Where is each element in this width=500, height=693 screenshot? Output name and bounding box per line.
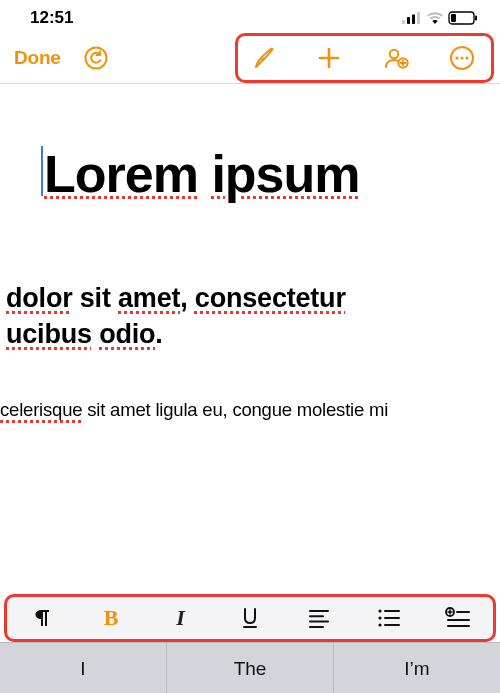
svg-point-19 — [378, 609, 381, 612]
format-brush-button[interactable] — [250, 45, 276, 71]
p1-word: amet — [118, 283, 180, 313]
predictive-text-bar: I The I’m — [0, 642, 500, 693]
format-toolbar: B I — [4, 594, 496, 642]
svg-rect-0 — [402, 20, 405, 24]
svg-point-13 — [465, 56, 468, 59]
insert-block-button[interactable] — [424, 607, 493, 629]
paragraph-body[interactable]: celerisque sit amet ligula eu, congue mo… — [0, 399, 500, 421]
more-button[interactable] — [449, 45, 475, 71]
top-toolbar: Done — [0, 32, 500, 84]
wifi-icon — [426, 12, 444, 25]
svg-point-8 — [390, 49, 399, 58]
svg-point-7 — [85, 47, 106, 68]
status-bar: 12:51 — [0, 0, 500, 32]
svg-point-20 — [378, 616, 381, 619]
p1-word: dolor — [6, 283, 73, 313]
p1-word: consectetur — [195, 283, 346, 313]
svg-rect-2 — [412, 15, 415, 25]
undo-button[interactable] — [83, 45, 109, 71]
predictive-option-3[interactable]: I’m — [334, 643, 500, 693]
status-indicators — [402, 11, 478, 25]
predictive-option-2[interactable]: The — [167, 643, 334, 693]
svg-point-21 — [378, 623, 381, 626]
list-button[interactable] — [354, 608, 423, 628]
svg-point-11 — [455, 56, 458, 59]
svg-rect-1 — [407, 17, 410, 24]
paragraph-heading[interactable]: dolor sit amet, consectetur ucibus odio. — [0, 280, 500, 353]
p1-word: odio — [99, 319, 155, 349]
predictive-option-1[interactable]: I — [0, 643, 167, 693]
toolbar-right-group — [235, 33, 494, 83]
svg-rect-5 — [451, 14, 456, 22]
italic-button[interactable]: I — [146, 605, 215, 631]
svg-rect-6 — [475, 16, 477, 21]
align-button[interactable] — [285, 608, 354, 628]
format-toolbar-container: B I — [4, 594, 496, 642]
document-area[interactable]: Lorem ipsum dolor sit amet, consectetur … — [0, 84, 500, 421]
paragraph-style-button[interactable] — [7, 607, 76, 629]
underline-button[interactable] — [215, 606, 284, 630]
p2-rest: sit amet ligula eu, congue molestie mi — [87, 399, 388, 420]
bold-button[interactable]: B — [76, 605, 145, 631]
collaborate-button[interactable] — [382, 45, 409, 71]
title-word-1: Lorem — [44, 145, 198, 203]
title-word-2: ipsum — [211, 145, 359, 203]
battery-icon — [448, 11, 478, 25]
text-cursor — [41, 146, 43, 196]
p2-word: celerisque — [0, 399, 82, 420]
p1-word: ucibus — [6, 319, 92, 349]
svg-rect-3 — [417, 12, 420, 24]
status-time: 12:51 — [30, 8, 73, 28]
p1-stop: . — [155, 319, 162, 349]
document-title[interactable]: Lorem ipsum — [0, 144, 500, 204]
insert-button[interactable] — [316, 45, 342, 71]
svg-point-12 — [460, 56, 463, 59]
done-button[interactable]: Done — [14, 47, 61, 69]
signal-icon — [402, 12, 422, 24]
